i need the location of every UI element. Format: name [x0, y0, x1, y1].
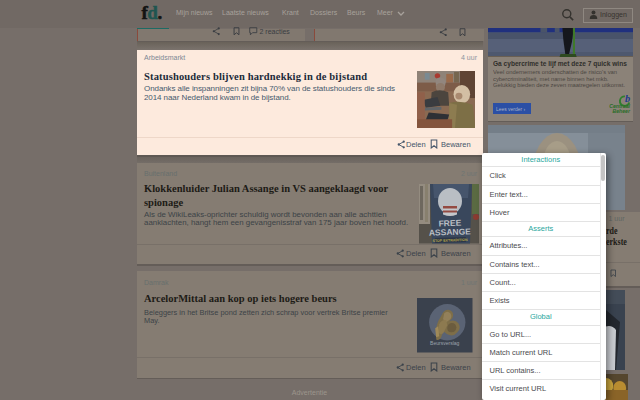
svg-text:ASSANGE: ASSANGE — [429, 226, 472, 237]
svg-text:Beursverslag: Beursverslag — [430, 340, 460, 346]
